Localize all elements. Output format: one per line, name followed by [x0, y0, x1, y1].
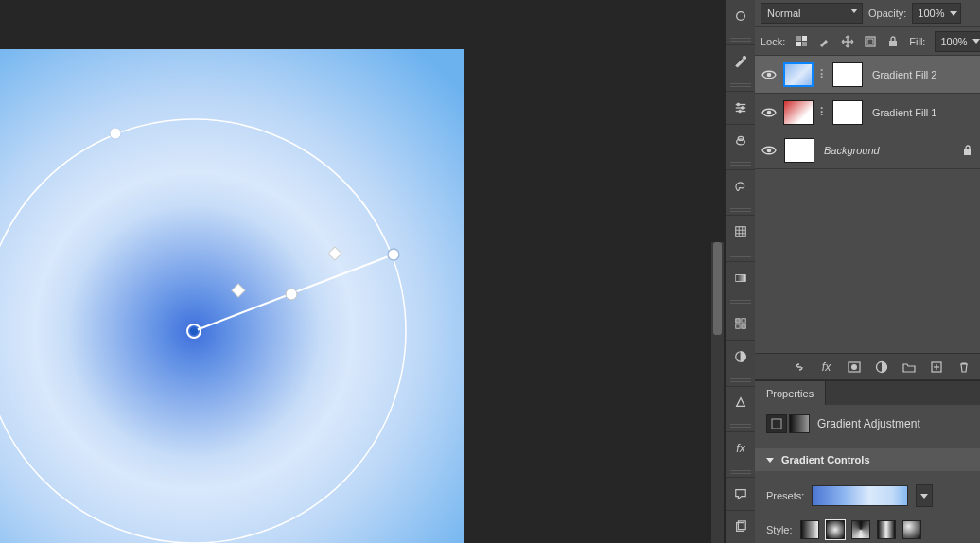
layers-footer: fx	[755, 354, 980, 380]
tool-clone[interactable]	[726, 124, 755, 157]
svg-point-9	[737, 12, 745, 21]
chevron-down-icon	[950, 11, 957, 16]
svg-rect-37	[867, 39, 873, 44]
lock-label: Lock:	[761, 36, 785, 47]
visibility-icon[interactable]	[761, 104, 778, 121]
style-angle-icon[interactable]	[851, 520, 870, 539]
blend-row: Normal Opacity: 100%	[755, 0, 980, 27]
add-mask-icon[interactable]	[847, 359, 861, 374]
scrollbar-thumb[interactable]	[713, 242, 722, 335]
layer-thumbnail[interactable]	[783, 100, 814, 125]
chevron-down-icon	[850, 9, 858, 13]
layer-name[interactable]: Background	[824, 145, 880, 156]
section-label: Gradient Controls	[781, 454, 870, 465]
svg-point-5	[388, 249, 399, 260]
lock-all-icon[interactable]	[885, 34, 900, 48]
chevron-down-icon	[972, 39, 980, 44]
tool-fx[interactable]: fx	[726, 431, 755, 464]
layer-name[interactable]: Gradient Fill 2	[872, 69, 936, 80]
svg-point-4	[286, 289, 297, 300]
svg-point-41	[767, 148, 772, 152]
group-icon[interactable]	[901, 359, 916, 374]
layers-empty-area	[755, 169, 980, 354]
preset-swatch[interactable]	[812, 485, 908, 506]
style-buttons	[800, 520, 921, 539]
document-stage	[0, 0, 724, 543]
layer-row[interactable]: ⠇ Gradient Fill 1	[755, 94, 980, 131]
adjustment-title: Gradient Adjustment	[817, 417, 920, 430]
fill-field[interactable]: 100%	[935, 31, 980, 52]
tool-options[interactable]	[726, 91, 755, 124]
svg-rect-33	[802, 42, 807, 46]
svg-rect-8	[328, 247, 341, 260]
opacity-label: Opacity:	[868, 8, 906, 19]
tool-grid[interactable]	[726, 215, 755, 248]
chevron-down-icon	[920, 494, 928, 499]
svg-rect-35	[796, 42, 801, 46]
layer-mask-thumbnail[interactable]	[832, 100, 863, 125]
presets-label: Presets:	[766, 490, 804, 501]
layer-name[interactable]: Gradient Fill 1	[872, 107, 936, 118]
svg-rect-34	[802, 36, 807, 41]
svg-rect-24	[736, 274, 746, 281]
style-reflected-icon[interactable]	[877, 520, 896, 539]
tool-strip: fx	[726, 0, 756, 543]
canvas[interactable]	[0, 49, 464, 543]
blend-mode-value: Normal	[767, 8, 800, 19]
svg-rect-32	[796, 36, 801, 41]
tool-mixer-brush[interactable]	[726, 44, 755, 78]
svg-point-39	[767, 72, 772, 77]
adjustment-icon	[766, 414, 810, 433]
new-layer-icon[interactable]	[929, 359, 943, 374]
blend-mode-dropdown[interactable]: Normal	[761, 3, 863, 24]
tool-note[interactable]	[726, 477, 755, 510]
chevron-down-icon	[766, 458, 774, 463]
visibility-icon[interactable]	[761, 66, 778, 83]
lock-transparency-icon[interactable]	[795, 34, 809, 48]
tool-artboard[interactable]	[726, 510, 755, 543]
svg-rect-25	[736, 319, 740, 323]
scrollbar-vertical[interactable]	[711, 242, 724, 543]
tab-properties[interactable]: Properties	[755, 381, 826, 405]
trash-icon[interactable]	[956, 359, 971, 374]
link-icon[interactable]: ⠇	[819, 68, 827, 81]
grip	[726, 294, 755, 307]
tool-shape[interactable]	[726, 386, 755, 419]
lock-position-icon[interactable]	[840, 34, 854, 48]
layer-thumbnail[interactable]	[784, 138, 814, 163]
style-diamond-icon[interactable]	[902, 520, 921, 539]
svg-point-3	[190, 327, 198, 335]
link-layers-icon[interactable]	[792, 359, 806, 374]
side-panel: Normal Opacity: 100% Lock: Fill: 100%	[755, 0, 980, 543]
svg-point-16	[739, 110, 742, 113]
style-radial-icon[interactable]	[826, 520, 845, 539]
layer-mask-thumbnail[interactable]	[832, 62, 863, 87]
adjustment-layer-icon[interactable]	[874, 359, 888, 374]
opacity-field[interactable]: 100%	[912, 3, 960, 24]
layers-list: ⠇ Gradient Fill 2 ⠇ Gradient Fill 1 Back…	[755, 56, 980, 169]
section-gradient-controls[interactable]: Gradient Controls	[755, 448, 980, 471]
style-label: Style:	[766, 524, 793, 535]
fill-label: Fill:	[909, 36, 925, 47]
tool-swatches[interactable]	[726, 169, 755, 202]
opacity-value: 100%	[918, 8, 944, 19]
link-icon[interactable]: ⠇	[819, 106, 827, 119]
lock-icon	[960, 143, 974, 157]
style-linear-icon[interactable]	[800, 520, 819, 539]
svg-point-14	[737, 103, 740, 106]
lock-paint-icon[interactable]	[817, 34, 831, 48]
layer-row[interactable]: ⠇ Gradient Fill 2	[755, 56, 980, 94]
tool-brush[interactable]	[726, 0, 755, 32]
preset-dropdown[interactable]	[916, 484, 933, 507]
grip	[726, 157, 755, 170]
fx-icon[interactable]: fx	[819, 359, 833, 374]
tool-gradient[interactable]	[726, 261, 755, 294]
tool-adjustment[interactable]	[726, 340, 755, 373]
grip	[726, 78, 755, 91]
grip	[726, 418, 755, 431]
lock-artboard-icon[interactable]	[863, 34, 877, 48]
layer-thumbnail[interactable]	[783, 62, 814, 87]
layer-row[interactable]: Background	[755, 131, 980, 169]
tool-pattern[interactable]	[726, 307, 755, 340]
visibility-icon[interactable]	[761, 142, 778, 159]
